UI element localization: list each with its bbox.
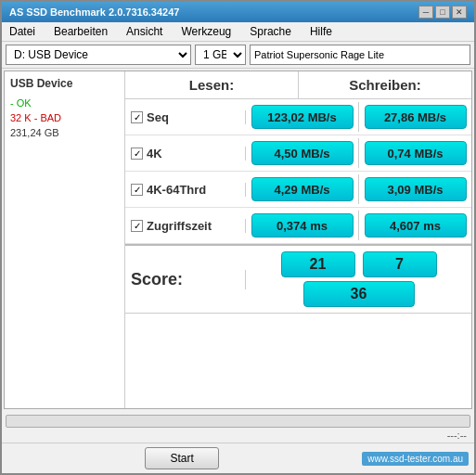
write-header: Schreiben: bbox=[299, 71, 471, 98]
read-cell-access: 0,374 ms bbox=[246, 211, 359, 240]
write-value-4k64: 3,09 MB/s bbox=[365, 177, 467, 201]
menu-datei[interactable]: Datei bbox=[6, 24, 39, 39]
device-name: USB Device bbox=[10, 77, 119, 90]
benchmark-area: Lesen: Schreiben: ✓ Seq 123,02 MB/s 27,8… bbox=[125, 71, 471, 408]
device-size: 231,24 GB bbox=[10, 127, 119, 138]
drive-select[interactable]: D: USB Device bbox=[6, 45, 191, 65]
label-4k64: 4K-64Thrd bbox=[147, 183, 206, 197]
start-button[interactable]: Start bbox=[145, 447, 219, 469]
close-button[interactable]: ✕ bbox=[452, 6, 467, 19]
read-value-access: 0,374 ms bbox=[251, 213, 354, 238]
write-value-access: 4,607 ms bbox=[365, 213, 467, 238]
write-cell-4k64: 3,09 MB/s bbox=[359, 174, 471, 204]
toolbar: D: USB Device 1 GB Patriot Supersonic Ra… bbox=[2, 42, 474, 69]
menu-hilfe[interactable]: Hilfe bbox=[306, 24, 336, 39]
column-headers: Lesen: Schreiben: bbox=[125, 71, 471, 99]
label-seq: Seq bbox=[147, 110, 169, 124]
read-cell-seq: 123,02 MB/s bbox=[246, 102, 359, 132]
main-window: AS SSD Benchmark 2.0.7316.34247 ─ □ ✕ Da… bbox=[0, 0, 476, 475]
row-label-4k: ✓ 4K bbox=[125, 147, 246, 160]
write-value-4k: 0,74 MB/s bbox=[365, 141, 467, 165]
write-cell-seq: 27,86 MB/s bbox=[359, 102, 471, 132]
score-row: Score: 21 7 36 bbox=[125, 244, 471, 314]
status-ok: - OK bbox=[10, 97, 119, 109]
read-cell-4k: 4,50 MB/s bbox=[246, 138, 359, 168]
progress-bar-container bbox=[6, 415, 470, 428]
maximize-button[interactable]: □ bbox=[435, 6, 450, 19]
checkbox-4k[interactable]: ✓ bbox=[131, 148, 143, 160]
window-title: AS SSD Benchmark 2.0.7316.34247 bbox=[9, 6, 179, 18]
label-access: Zugriffszeit bbox=[147, 219, 212, 233]
score-values: 21 7 36 bbox=[246, 250, 471, 309]
read-header: Lesen: bbox=[125, 71, 299, 98]
menu-ansicht[interactable]: Ansicht bbox=[122, 24, 166, 39]
row-label-access: ✓ Zugriffszeit bbox=[125, 219, 246, 233]
checkbox-4k64[interactable]: ✓ bbox=[131, 184, 143, 196]
table-row: ✓ Seq 123,02 MB/s 27,86 MB/s bbox=[125, 99, 471, 135]
device-label: Patriot Supersonic Rage Lite bbox=[250, 45, 470, 65]
write-cell-access: 4,607 ms bbox=[359, 211, 471, 240]
table-row: ✓ Zugriffszeit 0,374 ms 4,607 ms bbox=[125, 208, 471, 244]
score-label: Score: bbox=[125, 270, 246, 289]
read-value-4k64: 4,29 MB/s bbox=[251, 177, 354, 201]
menu-bearbeiten[interactable]: Bearbeiten bbox=[50, 24, 111, 39]
write-cell-4k: 0,74 MB/s bbox=[359, 138, 471, 168]
window-controls: ─ □ ✕ bbox=[418, 6, 467, 19]
minimize-button[interactable]: ─ bbox=[418, 6, 433, 19]
content-area: USB Device - OK 32 K - BAD 231,24 GB Les… bbox=[4, 71, 472, 409]
read-value-seq: 123,02 MB/s bbox=[251, 105, 354, 129]
score-total: 36 bbox=[303, 281, 415, 307]
read-cell-4k64: 4,29 MB/s bbox=[246, 174, 359, 204]
table-row: ✓ 4K 4,50 MB/s 0,74 MB/s bbox=[125, 135, 471, 172]
write-value-seq: 27,86 MB/s bbox=[365, 105, 467, 129]
title-bar: AS SSD Benchmark 2.0.7316.34247 ─ □ ✕ bbox=[2, 2, 474, 22]
left-info-panel: USB Device - OK 32 K - BAD 231,24 GB bbox=[5, 71, 125, 408]
row-label-4k64: ✓ 4K-64Thrd bbox=[125, 183, 246, 197]
size-select[interactable]: 1 GB bbox=[195, 45, 246, 65]
bottom-bar: Start www.ssd-tester.com.au bbox=[2, 443, 474, 473]
progress-area: ---:-- bbox=[2, 411, 474, 443]
status-bad: 32 K - BAD bbox=[10, 112, 119, 123]
menu-bar: Datei Bearbeiten Ansicht Werkzeug Sprach… bbox=[2, 22, 474, 42]
table-row: ✓ 4K-64Thrd 4,29 MB/s 3,09 MB/s bbox=[125, 172, 471, 208]
menu-sprache[interactable]: Sprache bbox=[246, 24, 295, 39]
benchmark-rows: ✓ Seq 123,02 MB/s 27,86 MB/s ✓ 4K bbox=[125, 99, 471, 408]
checkbox-access[interactable]: ✓ bbox=[131, 220, 143, 232]
label-4k: 4K bbox=[147, 147, 162, 160]
score-read: 21 bbox=[281, 251, 355, 277]
watermark: www.ssd-tester.com.au bbox=[362, 452, 469, 466]
read-value-4k: 4,50 MB/s bbox=[251, 141, 354, 165]
checkbox-seq[interactable]: ✓ bbox=[131, 111, 143, 123]
progress-time: ---:-- bbox=[6, 430, 470, 441]
score-top-values: 21 7 bbox=[250, 251, 468, 277]
score-write: 7 bbox=[363, 251, 437, 277]
menu-werkzeug[interactable]: Werkzeug bbox=[177, 24, 235, 39]
row-label-seq: ✓ Seq bbox=[125, 110, 246, 124]
